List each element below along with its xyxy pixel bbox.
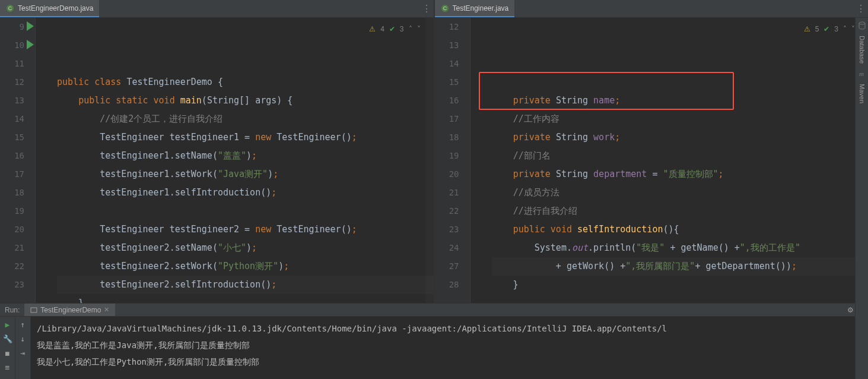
ok-icon: ✔ [824,20,829,39]
svg-point-4 [859,22,865,24]
soft-wrap-icon[interactable]: ⇥ [18,348,28,358]
warn-count: 4 [380,20,384,39]
code-line[interactable]: testEngineer1.setWork("Java测开"); [57,165,434,184]
run-tab[interactable]: TestEngineerDemo ✕ [24,304,115,316]
layout-icon[interactable]: ≡ [2,362,13,372]
code-area-right[interactable]: 121314151617181920212223242728 ⚠5 ✔3 ˄ ˅… [435,18,869,303]
line-number[interactable]: 14 [0,110,24,128]
code-line[interactable]: testEngineer2.setWork("Python测开"); [57,257,434,276]
editor-pane-left: C TestEngineerDemo.java ⋮ 91011121314151… [0,0,434,303]
code-line[interactable]: //成员方法 [492,184,869,202]
code-line[interactable]: TestEngineer testEngineer1 = new TestEng… [57,128,434,147]
line-number[interactable]: 23 [435,220,459,239]
stop-icon[interactable]: ◼ [2,348,13,358]
inspection-indicators-right[interactable]: ⚠5 ✔3 ˄ ˅ [804,20,855,39]
line-number[interactable]: 20 [435,165,459,184]
tab-testengineer[interactable]: C TestEngineer.java [435,0,515,17]
code-right[interactable]: ⚠5 ✔3 ˄ ˅ private String name; //工作内容 pr… [479,18,869,303]
code-line[interactable]: testEngineer1.setName("盖盖"); [57,147,434,165]
gutter-left[interactable]: 91011121314151617181920212223 [0,18,36,303]
tool-label-maven[interactable]: Maven [859,84,866,103]
line-number[interactable]: 13 [0,91,24,110]
fold-column-right[interactable] [470,18,479,303]
line-number[interactable]: 16 [0,147,24,165]
line-number[interactable]: 9 [0,18,24,36]
code-line[interactable]: private String department = "质量控制部"; [492,165,869,184]
line-number[interactable]: 17 [435,110,459,128]
code-left[interactable]: ⚠4 ✔3 ˄ ˅ public class TestEngineerDemo … [44,18,434,303]
warn-count: 5 [815,20,819,39]
code-line[interactable]: //进行自我介绍 [492,202,869,220]
tool-label-database[interactable]: Database [859,36,866,64]
code-line[interactable]: //工作内容 [492,110,869,128]
code-line[interactable]: } [492,276,869,294]
tab-testengineerdemo[interactable]: C TestEngineerDemo.java [0,0,99,17]
line-number[interactable]: 20 [0,220,24,239]
maven-icon[interactable]: m [858,70,866,78]
line-number[interactable]: 21 [435,184,459,202]
code-line[interactable]: testEngineer2.selfIntroduction(); [57,276,434,294]
code-line[interactable]: + getWork() +",我所属部门是"+ getDepartment())… [492,257,869,276]
run-body: ▶ 🔧 ◼ ≡ ↑ ↓ ⇥ /Library/Java/JavaVirtualM… [0,317,868,379]
java-class-icon: C [6,4,14,12]
code-line[interactable]: testEngineer2.setName("小七"); [57,239,434,257]
database-icon[interactable] [858,21,866,30]
rerun-icon[interactable]: ▶ [2,319,13,330]
close-icon[interactable]: ✕ [104,306,109,314]
fold-column-left[interactable] [36,18,44,303]
tab-more-icon[interactable]: ⋮ [854,0,868,17]
code-line[interactable]: //创建2个员工，进行自我介绍 [57,110,434,128]
run-gutter-icon[interactable] [27,21,34,31]
line-number[interactable]: 28 [435,276,459,294]
line-number[interactable]: 22 [435,202,459,220]
code-line[interactable]: private String name; [492,91,869,110]
line-number[interactable]: 24 [435,239,459,257]
code-line[interactable] [57,202,434,220]
console-line[interactable]: 我是盖盖,我的工作是Java测开,我所属部门是质量控制部 [37,337,862,353]
line-number[interactable]: 18 [435,128,459,147]
line-number[interactable]: 12 [435,18,459,36]
line-number[interactable]: 18 [0,184,24,202]
code-area-left[interactable]: 91011121314151617181920212223 ⚠4 ✔3 ˄ ˅ … [0,18,434,303]
console-line[interactable]: 我是小七,我的工作是Python测开,我所属部门是质量控制部 [37,353,862,370]
line-number[interactable]: 12 [0,73,24,91]
gear-icon[interactable]: ⚙ [844,306,856,314]
run-gutter-icon[interactable] [27,40,34,49]
code-line[interactable]: System.out.println("我是" + getName() +",我… [492,239,869,257]
line-number[interactable]: 17 [0,165,24,184]
down-icon[interactable]: ↓ [18,333,28,344]
line-number[interactable]: 14 [435,55,459,73]
tab-more-icon[interactable]: ⋮ [419,0,434,17]
code-line[interactable]: private String work; [492,128,869,147]
code-line[interactable]: public void selfIntroduction(){ [492,220,869,239]
line-number[interactable]: 22 [0,257,24,276]
inspection-indicators-left[interactable]: ⚠4 ✔3 ˄ ˅ [369,20,420,39]
line-number[interactable]: 13 [435,36,459,55]
line-number[interactable]: 16 [435,91,459,110]
line-number[interactable]: 27 [435,257,459,276]
code-line[interactable]: TestEngineer testEngineer2 = new TestEng… [57,220,434,239]
code-line[interactable] [492,294,869,303]
wrench-icon[interactable]: 🔧 [2,333,13,344]
line-number[interactable]: 11 [0,55,24,73]
minimap-left[interactable] [425,18,434,303]
gutter-right[interactable]: 121314151617181920212223242728 [435,18,470,303]
line-number[interactable]: 19 [0,202,24,220]
ok-count: 3 [400,20,404,39]
up-icon[interactable]: ↑ [18,319,28,330]
code-line[interactable]: } [57,294,434,303]
code-line[interactable]: public static void main(String[] args) { [57,91,434,110]
svg-text:C: C [8,5,12,11]
line-number[interactable]: 21 [0,239,24,257]
run-output[interactable]: /Library/Java/JavaVirtualMachines/jdk-11… [31,317,868,379]
code-line[interactable]: testEngineer1.selfIntroduction(); [57,184,434,202]
code-line[interactable]: //部门名 [492,147,869,165]
tab-label: TestEngineerDemo.java [18,4,93,12]
console-line[interactable]: /Library/Java/JavaVirtualMachines/jdk-11… [37,320,862,337]
code-line[interactable]: public class TestEngineerDemo { [57,73,434,91]
line-number[interactable]: 23 [0,276,24,294]
line-number[interactable]: 15 [0,128,24,147]
line-number[interactable]: 15 [435,73,459,91]
line-number[interactable]: 19 [435,147,459,165]
line-number[interactable]: 10 [0,36,24,55]
